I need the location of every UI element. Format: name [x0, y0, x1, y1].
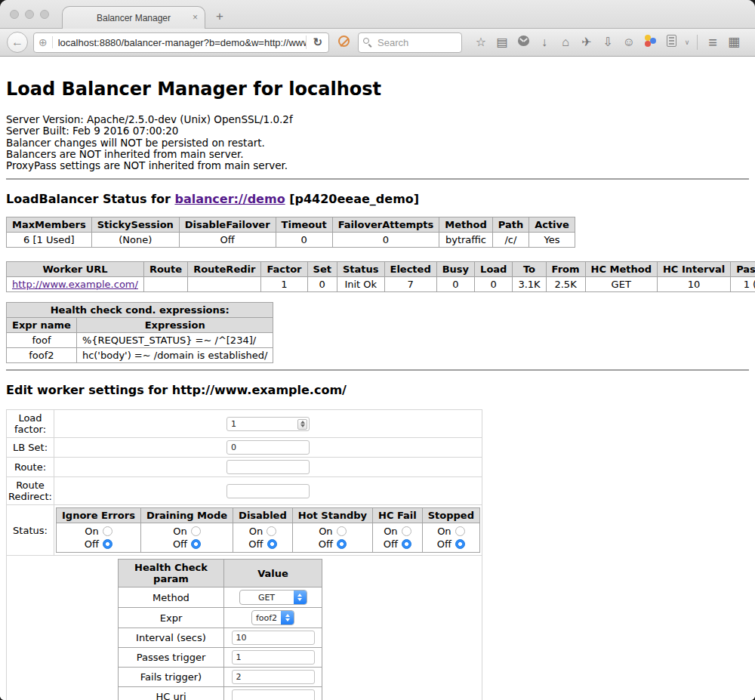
search-input[interactable] [376, 36, 457, 49]
hc-fail-off-radio[interactable] [402, 539, 411, 549]
url-text[interactable]: localhost:8880/balancer-manager?b=demo&w… [53, 37, 307, 48]
stopped-off-radio[interactable] [455, 539, 465, 549]
back-button[interactable]: ← [7, 32, 28, 53]
tab-close-icon[interactable]: × [193, 12, 198, 23]
table-row: 6 [1 Used] (None) Off 0 0 bytraffic /c/ … [7, 233, 575, 248]
col-maxmembers: MaxMembers [7, 217, 92, 233]
hc-fail-on-radio[interactable] [402, 526, 411, 536]
battery-extension-icon[interactable] [661, 35, 682, 51]
send-icon[interactable]: ✈ [576, 35, 597, 50]
url-bar[interactable]: ⊕ localhost:8880/balancer-manager?b=demo… [33, 32, 329, 53]
off-label: Off [319, 538, 333, 550]
close-window-button[interactable] [10, 10, 19, 19]
save-page-icon[interactable]: ⇩ [597, 35, 618, 50]
hc-row-expr: Expr foof2 [119, 608, 322, 628]
section-divider [6, 178, 749, 180]
grid-panel-icon[interactable]: ▦ [723, 35, 744, 50]
col-hc-value: Value [224, 560, 322, 587]
ignore-errors-on-radio[interactable] [103, 526, 112, 536]
expr-label: Expr [119, 608, 224, 628]
col-expression: Expression [76, 318, 273, 333]
tab-title: Balancer Manager [97, 13, 171, 23]
off-label: Off [437, 538, 451, 550]
on-label: On [384, 526, 397, 537]
disabled-off-radio[interactable] [267, 539, 277, 549]
edit-worker-form: Load factor: LB Set: Route: [6, 409, 482, 700]
chevron-down-icon[interactable]: ∨ [682, 35, 692, 50]
home-icon[interactable]: ⌂ [555, 35, 576, 50]
number-spinner[interactable] [297, 419, 307, 430]
lb-set-label: LB Set: [7, 438, 54, 458]
passes-input[interactable] [232, 650, 315, 665]
col-disablefailover: DisableFailover [179, 217, 276, 233]
method-select[interactable]: GET [239, 590, 307, 605]
minimize-window-button[interactable] [25, 10, 34, 19]
col-expr-name: Expr name [7, 318, 77, 333]
hc-expressions-title: Health check cond. expressions: [7, 303, 273, 318]
stopped-on-radio[interactable] [455, 526, 465, 536]
table-row: foof %{REQUEST_STATUS} =~ /^[234]/ [7, 333, 273, 348]
route-label: Route: [7, 458, 54, 477]
form-row-load-factor: Load factor: [7, 410, 482, 438]
extension-dots-icon[interactable] [639, 35, 661, 51]
bookmark-star-icon[interactable]: ☆ [470, 35, 492, 50]
col-active: Active [529, 217, 575, 233]
on-label: On [249, 526, 263, 537]
hc-row-passes: Passes trigger [119, 648, 322, 668]
col-stickysession: StickySession [91, 217, 179, 233]
fails-input[interactable] [232, 670, 315, 684]
health-check-table: Health Check param Value Method GET [118, 559, 322, 700]
draining-mode-off-radio[interactable] [191, 539, 201, 549]
table-header-row: MaxMembers StickySession DisableFailover… [7, 217, 575, 233]
expr-select[interactable]: foof2 [251, 610, 294, 625]
col-worker-url: Worker URL [7, 262, 144, 277]
server-built-line: Server Built: Feb 9 2016 07:00:20 [6, 125, 749, 137]
balancer-demo-link[interactable]: balancer://demo [174, 192, 285, 206]
reading-list-icon[interactable]: ▤ [492, 35, 513, 50]
fails-label: Fails trigger) [119, 668, 224, 687]
new-tab-button[interactable]: + [216, 9, 223, 24]
col-hc-fail: HC Fail [373, 508, 423, 523]
navigation-toolbar: ← ⊕ localhost:8880/balancer-manager?b=de… [0, 29, 755, 57]
content-blocker-button[interactable] [334, 35, 353, 50]
on-label: On [173, 526, 186, 537]
page-title: Load Balancer Manager for localhost [6, 79, 749, 100]
form-row-health-check: Health Check param Value Method GET [7, 556, 482, 700]
downloads-icon[interactable]: ↓ [534, 35, 555, 50]
reload-icon[interactable]: ↻ [306, 35, 328, 49]
hot-standby-off-radio[interactable] [337, 539, 347, 549]
table-row: foof2 hc('body') =~ /domain is establish… [7, 348, 273, 363]
route-redirect-label: Route Redirect: [7, 477, 54, 505]
chat-smiley-icon[interactable]: ☺ [618, 35, 639, 50]
inherit-note-line: Balancers are NOT inherited from main se… [6, 149, 749, 160]
status-radio-row: On Off On Off On Off [57, 523, 480, 553]
interval-input[interactable] [232, 631, 315, 645]
search-bar[interactable] [358, 32, 462, 53]
col-hc-param: Health Check param [119, 560, 224, 587]
route-input[interactable] [226, 460, 310, 474]
server-version-line: Server Version: Apache/2.5.0-dev (Unix) … [6, 114, 749, 125]
disabled-on-radio[interactable] [267, 526, 276, 536]
status-table: Ignore Errors Draining Mode Disabled Hot… [56, 507, 480, 553]
method-select-value: GET [240, 591, 294, 604]
status-header-row: Ignore Errors Draining Mode Disabled Hot… [57, 508, 480, 523]
draining-mode-on-radio[interactable] [191, 526, 201, 536]
col-method: Method [439, 217, 492, 233]
worker-url-link[interactable]: http://www.example.com/ [12, 279, 138, 290]
lb-set-input[interactable] [226, 440, 310, 455]
ignore-errors-off-radio[interactable] [103, 539, 112, 549]
blocked-icon [338, 35, 350, 47]
hc-uri-input[interactable] [232, 689, 315, 700]
menu-hamburger-icon[interactable]: ≡ [702, 35, 723, 50]
route-redirect-input[interactable] [226, 484, 310, 498]
hot-standby-on-radio[interactable] [337, 526, 347, 536]
browser-tab[interactable]: Balancer Manager × [62, 6, 205, 29]
persist-note-line: Balancer changes will NOT be persisted o… [6, 137, 749, 149]
load-factor-label: Load factor: [7, 410, 54, 438]
pocket-icon[interactable] [513, 35, 534, 50]
zoom-window-button[interactable] [40, 10, 49, 19]
hc-row-hc-uri: HC uri [119, 687, 322, 700]
hc-expressions-table: Health check cond. expressions: Expr nam… [6, 302, 273, 363]
search-icon [363, 38, 372, 47]
hc-row-fails: Fails trigger) [119, 668, 322, 687]
